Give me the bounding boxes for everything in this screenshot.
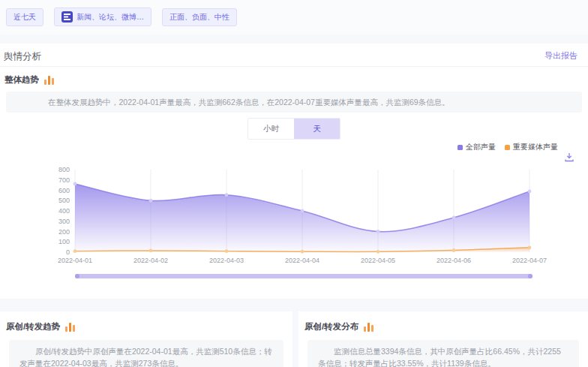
legend-label-important: 重要媒体声量 — [513, 142, 558, 152]
card-header: 舆情分析 导出报告 — [0, 44, 588, 67]
svg-text:600: 600 — [58, 187, 70, 194]
date-range-label: 近七天 — [14, 12, 36, 23]
legend-dot-total — [458, 145, 463, 150]
export-report-button[interactable]: 导出报告 — [544, 50, 578, 62]
svg-text:300: 300 — [58, 218, 70, 225]
legend-item-total[interactable]: 全部声量 — [458, 142, 496, 152]
svg-text:800: 800 — [58, 166, 70, 173]
origin-repost-trend-header: 原创/转发趋势 — [6, 321, 75, 332]
chart-legend: 全部声量 重要媒体声量 — [458, 142, 558, 152]
origin-repost-trend-title: 原创/转发趋势 — [6, 321, 60, 332]
overall-trend-title: 整体趋势 — [4, 74, 39, 86]
media-source-icon — [62, 11, 73, 23]
sentiment-tag-label: 正面、负面、中性 — [170, 12, 230, 23]
analysis-card: 舆情分析 导出报告 整体趋势 在整体发展趋势中，2022-04-01声量最高，共… — [0, 44, 588, 299]
sentiment-tag[interactable]: 正面、负面、中性 — [162, 8, 237, 26]
page-title: 舆情分析 — [4, 50, 41, 63]
toggle-hour-button[interactable]: 小时 — [248, 119, 294, 139]
bar-chart-icon — [364, 323, 374, 332]
granularity-toggle: 小时 天 — [248, 118, 340, 140]
overall-trend-summary: 在整体发展趋势中，2022-04-01声量最高，共监测662条信息，在2022-… — [6, 92, 582, 113]
svg-text:500: 500 — [58, 197, 70, 204]
svg-text:100: 100 — [58, 238, 70, 245]
svg-text:2022-04-07: 2022-04-07 — [512, 257, 547, 264]
source-tag[interactable]: 新闻、论坛、微博… — [54, 8, 152, 26]
bar-chart-icon — [65, 323, 75, 332]
legend-dot-important — [505, 145, 510, 150]
svg-text:2022-04-03: 2022-04-03 — [209, 257, 244, 264]
origin-repost-distribution-card: 原创/转发分布 监测信息总量3394条信息，其中原创声量占比66.45%，共计2… — [298, 311, 588, 367]
svg-text:0: 0 — [66, 248, 70, 256]
svg-text:200: 200 — [58, 228, 70, 236]
svg-text:2022-04-04: 2022-04-04 — [285, 257, 320, 264]
download-chart-icon[interactable] — [565, 152, 574, 165]
filter-tags: 近七天 新闻、论坛、微博… 正面、负面、中性 — [6, 8, 237, 26]
legend-item-important[interactable]: 重要媒体声量 — [505, 142, 558, 152]
date-range-tag[interactable]: 近七天 — [6, 8, 44, 26]
svg-text:700: 700 — [58, 176, 70, 184]
svg-text:400: 400 — [58, 207, 70, 215]
origin-repost-distribution-title: 原创/转发分布 — [304, 321, 358, 332]
svg-text:2022-04-01: 2022-04-01 — [58, 257, 92, 264]
svg-text:2022-04-02: 2022-04-02 — [134, 257, 168, 264]
svg-text:2022-04-06: 2022-04-06 — [436, 257, 471, 264]
overall-trend-section-header: 整体趋势 — [4, 74, 54, 86]
origin-repost-distribution-summary: 监测信息总量3394条信息，其中原创声量占比66.45%，共计2255条信息；转… — [308, 340, 579, 367]
filter-bar: 近七天 新闻、论坛、微博… 正面、负面、中性 — [0, 0, 588, 35]
legend-label-total: 全部声量 — [466, 142, 496, 152]
source-tag-label: 新闻、论坛、微博… — [76, 12, 144, 23]
origin-repost-distribution-header: 原创/转发分布 — [304, 321, 374, 332]
origin-repost-trend-card: 原创/转发趋势 原创/转发趋势中原创声量在2022-04-01最高，共监测510… — [0, 311, 292, 367]
bar-chart-icon — [44, 76, 54, 85]
toggle-day-button[interactable]: 天 — [294, 119, 340, 139]
trend-area-chart[interactable]: 01002003004005006007008002022-04-012022-… — [56, 153, 555, 266]
datazoom-slider[interactable] — [75, 274, 532, 278]
origin-repost-trend-summary: 原创/转发趋势中原创声量在2022-04-01最高，共监测510条信息；转发声量… — [9, 340, 284, 367]
page: 近七天 新闻、论坛、微博… 正面、负面、中性 舆情分析 导出报告 整体趋势 — [0, 0, 588, 367]
svg-text:2022-04-05: 2022-04-05 — [361, 257, 395, 264]
